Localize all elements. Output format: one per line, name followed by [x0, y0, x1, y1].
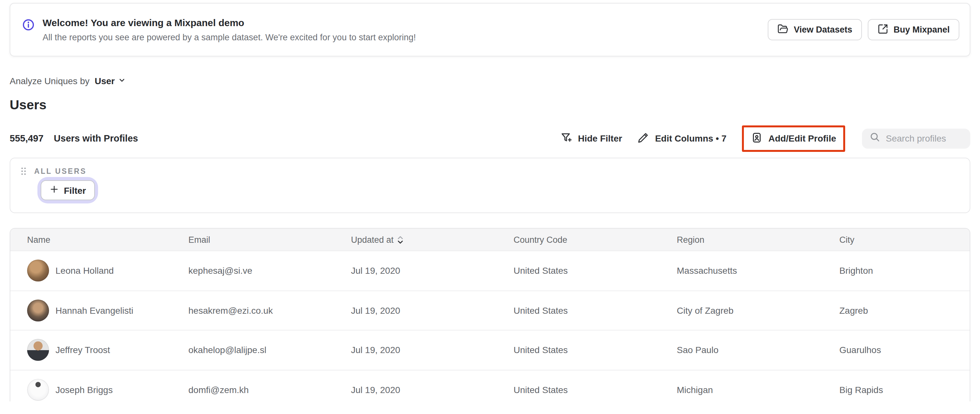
external-link-icon — [877, 23, 888, 36]
analyze-by-dropdown[interactable]: User — [95, 76, 126, 86]
cell-updated-at: Jul 19, 2020 — [351, 266, 514, 276]
cell-name: Hannah Evangelisti — [27, 300, 188, 322]
banner-text: Welcome! You are viewing a Mixpanel demo… — [43, 16, 416, 43]
column-header-name[interactable]: Name — [27, 235, 188, 244]
cell-name: Jeffrey Troost — [27, 339, 188, 361]
column-header-email[interactable]: Email — [188, 235, 351, 244]
column-header-country-code[interactable]: Country Code — [514, 235, 677, 244]
avatar — [27, 300, 49, 322]
user-name: Jeffrey Troost — [56, 345, 110, 355]
analyze-label: Analyze Uniques by — [10, 76, 90, 86]
cell-country-code: United States — [514, 345, 677, 355]
filter-button-focus-ring: Filter — [41, 180, 95, 200]
user-name: Hannah Evangelisti — [56, 305, 133, 316]
drag-handle-icon[interactable] — [21, 167, 27, 176]
cell-email: domfi@zem.kh — [188, 385, 351, 395]
buy-mixpanel-button[interactable]: Buy Mixpanel — [868, 19, 959, 40]
hide-filter-button[interactable]: Hide Filter — [561, 132, 622, 145]
cell-city: Guarulhos — [839, 345, 970, 355]
welcome-banner: Welcome! You are viewing a Mixpanel demo… — [10, 3, 970, 56]
cell-region: Sao Paulo — [677, 345, 839, 355]
id-badge-icon — [751, 132, 762, 145]
add-edit-profile-button[interactable]: Add/Edit Profile — [751, 132, 836, 145]
cell-updated-at: Jul 19, 2020 — [351, 385, 514, 395]
hide-filter-label: Hide Filter — [578, 133, 622, 143]
column-header-city[interactable]: City — [839, 235, 970, 244]
page-title: Users — [10, 97, 970, 113]
cell-city: Brighton — [839, 266, 970, 276]
add-filter-button[interactable]: Filter — [41, 180, 95, 200]
cell-email: kephesaj@si.ve — [188, 266, 351, 276]
plus-icon — [50, 185, 59, 196]
banner-subtitle: All the reports you see are powered by a… — [43, 31, 416, 43]
table-row[interactable]: Jeffrey Troost okahelop@lalijpe.sl Jul 1… — [10, 330, 970, 370]
cell-country-code: United States — [514, 305, 677, 316]
column-header-updated-at[interactable]: Updated at — [351, 235, 514, 244]
cell-updated-at: Jul 19, 2020 — [351, 305, 514, 316]
edit-columns-button[interactable]: Edit Columns • 7 — [638, 132, 727, 145]
filter-group-label: ALL USERS — [34, 167, 86, 175]
users-table: Name Email Updated at Country Code Regio… — [10, 228, 970, 401]
user-name: Joseph Briggs — [56, 385, 113, 395]
filter-panel: ALL USERS Filter — [10, 158, 970, 213]
search-icon — [870, 132, 880, 145]
avatar — [27, 339, 49, 361]
cell-region: City of Zagreb — [677, 305, 839, 316]
search-profiles-box — [862, 128, 970, 148]
table-row[interactable]: Joseph Briggs domfi@zem.kh Jul 19, 2020 … — [10, 370, 970, 401]
count-toolbar-row: 555,497 Users with Profiles Hide Filter — [10, 125, 970, 151]
cell-name: Leona Holland — [27, 260, 188, 282]
avatar — [27, 260, 49, 282]
edit-columns-label: Edit Columns • 7 — [655, 133, 727, 143]
cell-city: Big Rapids — [839, 385, 970, 395]
column-header-region[interactable]: Region — [677, 235, 839, 244]
cell-email: okahelop@lalijpe.sl — [188, 345, 351, 355]
cell-country-code: United States — [514, 385, 677, 395]
table-row[interactable]: Hannah Evangelisti hesakrem@ezi.co.uk Ju… — [10, 291, 970, 330]
chevron-down-icon — [118, 76, 126, 86]
analyze-by-value: User — [95, 76, 115, 86]
table-body: Leona Holland kephesaj@si.ve Jul 19, 202… — [10, 251, 970, 401]
cell-email: hesakrem@ezi.co.uk — [188, 305, 351, 316]
funnel-plus-icon — [561, 132, 572, 145]
banner-title: Welcome! You are viewing a Mixpanel demo — [43, 16, 416, 29]
analyze-row: Analyze Uniques by User — [10, 76, 970, 86]
cell-city: Zagreb — [839, 305, 970, 316]
table-row[interactable]: Leona Holland kephesaj@si.ve Jul 19, 202… — [10, 251, 970, 291]
cell-country-code: United States — [514, 266, 677, 276]
filter-group-header: ALL USERS — [21, 167, 959, 176]
folder-open-icon — [778, 23, 789, 36]
avatar — [27, 379, 49, 401]
view-datasets-label: View Datasets — [794, 25, 852, 35]
profile-count-value: 555,497 — [10, 133, 43, 143]
banner-actions: View Datasets Buy Mixpanel — [768, 19, 959, 40]
toolbar: Hide Filter Edit Columns • 7 — [561, 125, 970, 152]
search-profiles-input[interactable] — [886, 133, 963, 143]
cell-updated-at: Jul 19, 2020 — [351, 345, 514, 355]
pencil-icon — [638, 132, 649, 145]
table-header-row: Name Email Updated at Country Code Regio… — [10, 228, 970, 251]
banner-message: Welcome! You are viewing a Mixpanel demo… — [22, 16, 416, 43]
cell-region: Massachusetts — [677, 266, 839, 276]
page: Welcome! You are viewing a Mixpanel demo… — [0, 3, 980, 414]
user-name: Leona Holland — [56, 266, 114, 276]
profile-count: 555,497 Users with Profiles — [10, 133, 138, 143]
highlight-annotation: Add/Edit Profile — [742, 125, 845, 152]
add-filter-label: Filter — [64, 185, 86, 195]
info-icon — [22, 18, 35, 33]
view-datasets-button[interactable]: View Datasets — [768, 19, 862, 40]
sort-icon[interactable] — [398, 235, 403, 244]
profile-count-label: Users with Profiles — [54, 133, 138, 143]
cell-region: Michigan — [677, 385, 839, 395]
add-edit-profile-label: Add/Edit Profile — [768, 133, 836, 143]
buy-mixpanel-label: Buy Mixpanel — [894, 25, 950, 35]
cell-name: Joseph Briggs — [27, 379, 188, 401]
